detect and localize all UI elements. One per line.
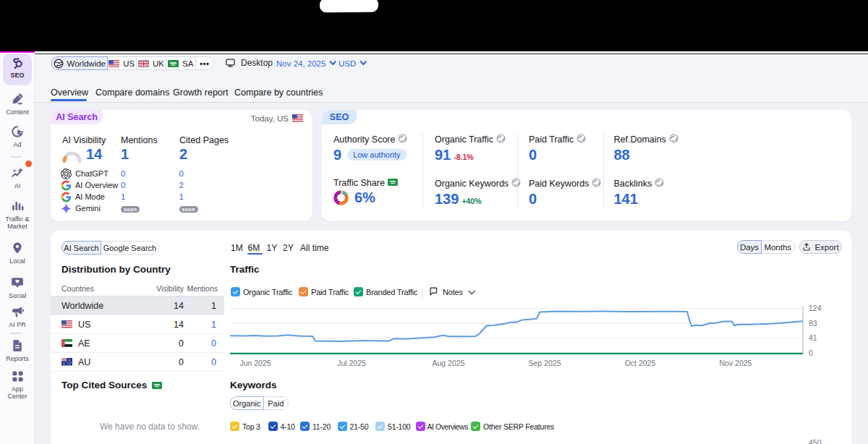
svg-text:Oct 2025: Oct 2025 [625, 359, 656, 367]
svg-text:Jul 2025: Jul 2025 [337, 359, 366, 367]
svg-text:124: 124 [809, 304, 822, 312]
svg-text:0: 0 [809, 349, 813, 357]
svg-text:Sep 2025: Sep 2025 [529, 359, 561, 367]
svg-text:41: 41 [809, 333, 817, 342]
svg-text:Nov 2025: Nov 2025 [720, 359, 752, 367]
svg-text:Aug 2025: Aug 2025 [433, 359, 465, 367]
svg-text:Jun 2025: Jun 2025 [239, 359, 271, 367]
svg-text:83: 83 [809, 319, 817, 328]
